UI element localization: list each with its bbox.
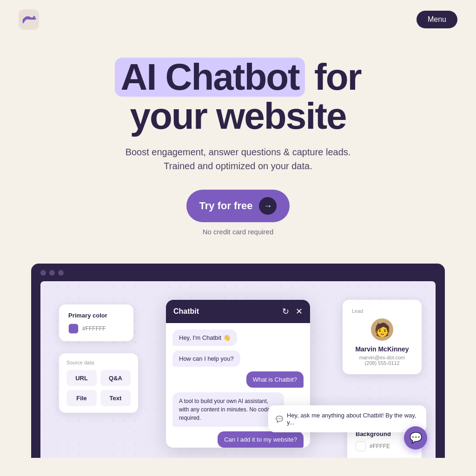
assistant-bubble-emoji: 💬 xyxy=(276,416,283,423)
hero-title-highlight: AI Chatbot xyxy=(115,58,304,97)
background-hex: #FFFFE xyxy=(370,443,390,450)
chat-bubble-user-question: What is Chatbit? xyxy=(246,371,304,388)
chat-fab-button[interactable]: 💬 xyxy=(404,426,427,450)
chatbot-header: Chatbit ↻ ✕ xyxy=(166,300,310,323)
source-url-button[interactable]: URL xyxy=(66,370,97,386)
try-btn-label: Try for free xyxy=(199,200,253,212)
browser-dot-2 xyxy=(49,270,55,276)
source-data-grid: URL Q&A File Text xyxy=(66,370,131,406)
svg-rect-0 xyxy=(19,9,39,30)
arrow-right-icon: → xyxy=(259,197,277,215)
browser-content: Primary color #FFFFFF Source data URL Q&… xyxy=(40,281,436,458)
browser-dot-1 xyxy=(40,270,46,276)
chat-bubble-user-can: Can I add it to my website? xyxy=(218,431,304,448)
source-data-card: Source data URL Q&A File Text xyxy=(59,353,138,413)
hero-title: AI Chatbot foryour website xyxy=(9,58,467,136)
background-swatch[interactable] xyxy=(356,441,366,451)
lead-label: Lead xyxy=(352,308,412,314)
browser-frame: Primary color #FFFFFF Source data URL Q&… xyxy=(31,264,445,458)
no-credit-text: No credit card required xyxy=(203,228,274,236)
lead-card: Lead 🧑 Marvin McKinney marvin@ex-dot.com… xyxy=(343,300,422,374)
lead-phone: (208) 555-0112 xyxy=(352,360,412,366)
chat-bubble-help: How can I help you? xyxy=(172,350,240,367)
chat-bubble-greeting: Hey, I'm Chatbit 👋 xyxy=(172,330,237,346)
try-for-free-button[interactable]: Try for free → xyxy=(186,190,290,222)
logo[interactable] xyxy=(19,9,39,30)
primary-color-hex: #FFFFFF xyxy=(82,325,106,332)
close-icon[interactable]: ✕ xyxy=(296,306,303,317)
menu-button[interactable]: Menu xyxy=(416,11,457,28)
lead-email: marvin@ex-dot.com xyxy=(352,355,412,360)
primary-color-swatch-row: #FFFFFF xyxy=(68,324,124,334)
chat-bubble-bot-answer: A tool to build your own AI assistant, w… xyxy=(172,392,284,427)
hero-subtitle: Boost engagement, answer questions & cap… xyxy=(122,145,354,173)
hero-section: AI Chatbot foryour website Boost engagem… xyxy=(0,39,476,245)
browser-dot-3 xyxy=(58,270,64,276)
lead-avatar: 🧑 xyxy=(371,318,393,341)
primary-color-title: Primary color xyxy=(68,312,124,319)
chatbot-title: Chatbit xyxy=(173,307,199,316)
assistant-bubble-text: Hey, ask me anything about Chatbit! By t… xyxy=(287,412,419,426)
chatbot-header-icons: ↻ ✕ xyxy=(282,306,303,317)
source-data-title: Source data xyxy=(66,360,131,365)
assistant-chat-bubble: 💬 Hey, ask me anything about Chatbit! By… xyxy=(268,405,426,432)
cta-area: Try for free → No credit card required xyxy=(9,190,467,236)
source-text-button[interactable]: Text xyxy=(100,390,131,406)
lead-name: Marvin McKinney xyxy=(352,345,412,353)
source-file-button[interactable]: File xyxy=(66,390,97,406)
browser-dots xyxy=(40,270,436,276)
primary-color-card: Primary color #FFFFFF xyxy=(59,304,133,341)
refresh-icon[interactable]: ↻ xyxy=(282,306,289,317)
browser-mockup: Primary color #FFFFFF Source data URL Q&… xyxy=(31,264,445,458)
source-qa-button[interactable]: Q&A xyxy=(100,370,131,386)
primary-color-swatch[interactable] xyxy=(68,324,79,334)
